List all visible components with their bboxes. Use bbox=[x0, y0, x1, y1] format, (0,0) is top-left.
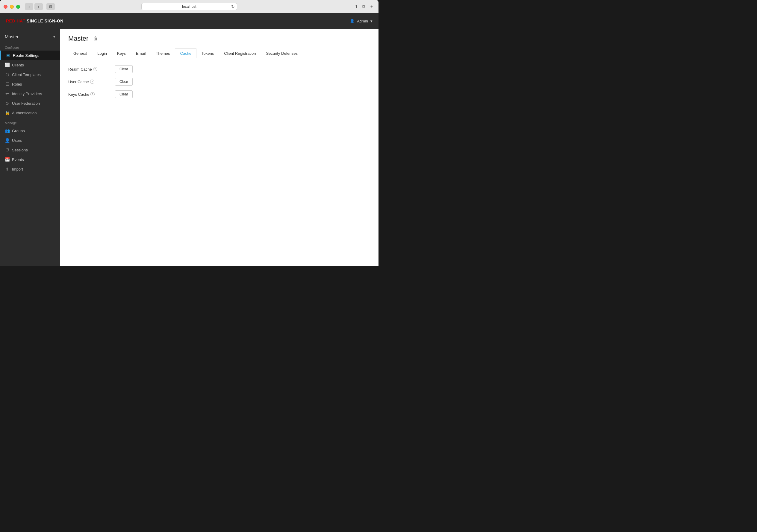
traffic-light-green[interactable] bbox=[16, 5, 20, 9]
roles-icon: ☰ bbox=[5, 82, 10, 87]
manage-section-label: Manage bbox=[0, 118, 60, 126]
sidebar-item-import-label: Import bbox=[12, 167, 23, 171]
sidebar-item-client-templates[interactable]: ⬡ Client Templates bbox=[0, 70, 60, 79]
duplicate-button[interactable]: ⧉ bbox=[361, 3, 367, 10]
tab-email[interactable]: Email bbox=[131, 48, 151, 58]
forward-button[interactable]: › bbox=[34, 3, 43, 10]
sidebar-item-realm-settings-label: Realm Settings bbox=[13, 53, 39, 58]
sidebar-toggle-button[interactable]: ⊟ bbox=[46, 3, 55, 10]
user-icon: 👤 bbox=[350, 19, 354, 23]
user-cache-help-icon[interactable]: ? bbox=[90, 80, 94, 84]
tab-cache[interactable]: Cache bbox=[175, 48, 197, 58]
sidebar-item-user-federation[interactable]: ⊙ User Federation bbox=[0, 98, 60, 108]
sidebar: Master ▾ Configure ⊞ Realm Settings ⬜ Cl… bbox=[0, 29, 60, 266]
user-federation-icon: ⊙ bbox=[5, 101, 10, 106]
import-icon: ⬆ bbox=[5, 167, 10, 171]
tab-login[interactable]: Login bbox=[92, 48, 112, 58]
brand: RED HAT SINGLE SIGN-ON bbox=[6, 18, 64, 23]
sidebar-item-roles-label: Roles bbox=[12, 82, 22, 87]
sidebar-item-identity-providers[interactable]: ⇌ Identity Providers bbox=[0, 89, 60, 98]
tabs: General Login Keys Email Themes Cache To… bbox=[68, 48, 370, 58]
new-tab-button[interactable]: ＋ bbox=[368, 3, 375, 10]
window-chrome: ‹ › ⊟ localhost ↻ ⬆ ⧉ ＋ bbox=[0, 0, 378, 13]
tab-keys[interactable]: Keys bbox=[112, 48, 131, 58]
tab-general[interactable]: General bbox=[68, 48, 92, 58]
sidebar-item-roles[interactable]: ☰ Roles bbox=[0, 79, 60, 89]
realm-selector[interactable]: Master ▾ bbox=[0, 31, 60, 42]
sidebar-item-realm-settings[interactable]: ⊞ Realm Settings bbox=[0, 51, 60, 60]
page-title: Master bbox=[68, 35, 88, 42]
sidebar-item-groups[interactable]: 👥 Groups bbox=[0, 126, 60, 135]
sidebar-item-events-label: Events bbox=[12, 157, 24, 162]
sidebar-item-import[interactable]: ⬆ Import bbox=[0, 164, 60, 174]
sidebar-item-user-federation-label: User Federation bbox=[12, 101, 40, 106]
sidebar-item-users[interactable]: 👤 Users bbox=[0, 135, 60, 145]
sidebar-item-sessions[interactable]: ⏱ Sessions bbox=[0, 145, 60, 155]
address-bar[interactable]: localhost bbox=[141, 3, 237, 10]
realm-name: Master bbox=[5, 34, 18, 39]
client-templates-icon: ⬡ bbox=[5, 72, 10, 77]
sidebar-item-sessions-label: Sessions bbox=[12, 148, 28, 152]
clients-icon: ⬜ bbox=[5, 63, 10, 67]
admin-label: Admin bbox=[357, 19, 368, 23]
sidebar-item-clients[interactable]: ⬜ Clients bbox=[0, 60, 60, 70]
top-nav: RED HAT SINGLE SIGN-ON 👤 Admin ▾ bbox=[0, 13, 378, 29]
address-text: localhost bbox=[182, 5, 196, 9]
sidebar-item-authentication[interactable]: 🔒 Authentication bbox=[0, 108, 60, 118]
sidebar-item-users-label: Users bbox=[12, 138, 22, 143]
sessions-icon: ⏱ bbox=[5, 148, 10, 152]
user-cache-row: User Cache ? Clear bbox=[68, 78, 370, 86]
brand-sso: SINGLE SIGN-ON bbox=[27, 18, 64, 23]
sidebar-item-groups-label: Groups bbox=[12, 129, 25, 133]
realm-cache-help-icon[interactable]: ? bbox=[93, 67, 97, 71]
sidebar-item-identity-providers-label: Identity Providers bbox=[12, 92, 42, 96]
tab-security-defenses[interactable]: Security Defenses bbox=[261, 48, 303, 58]
reload-button[interactable]: ↻ bbox=[231, 4, 235, 9]
keys-cache-label: Keys Cache ? bbox=[68, 92, 110, 97]
realm-cache-row: Realm Cache ? Clear bbox=[68, 65, 370, 73]
delete-realm-button[interactable]: 🗑 bbox=[92, 35, 99, 42]
identity-providers-icon: ⇌ bbox=[5, 91, 10, 96]
tab-client-registration[interactable]: Client Registration bbox=[219, 48, 261, 58]
authentication-icon: 🔒 bbox=[5, 110, 10, 115]
page-header: Master 🗑 bbox=[68, 35, 370, 42]
configure-section-label: Configure bbox=[0, 42, 60, 51]
sidebar-item-authentication-label: Authentication bbox=[12, 111, 37, 115]
traffic-light-yellow[interactable] bbox=[10, 5, 14, 9]
user-cache-label: User Cache ? bbox=[68, 80, 110, 84]
cache-content: Realm Cache ? Clear User Cache ? Clear K… bbox=[68, 65, 370, 98]
share-button[interactable]: ⬆ bbox=[353, 3, 359, 10]
brand-red-hat: RED HAT bbox=[6, 18, 25, 23]
realm-chevron: ▾ bbox=[53, 35, 55, 39]
users-icon: 👤 bbox=[5, 138, 10, 143]
groups-icon: 👥 bbox=[5, 128, 10, 133]
back-button[interactable]: ‹ bbox=[25, 3, 33, 10]
sidebar-item-client-templates-label: Client Templates bbox=[12, 72, 41, 77]
traffic-light-red[interactable] bbox=[4, 5, 8, 9]
events-icon: 📅 bbox=[5, 157, 10, 162]
keys-cache-help-icon[interactable]: ? bbox=[90, 92, 95, 96]
admin-chevron: ▾ bbox=[370, 19, 373, 23]
realm-cache-clear-button[interactable]: Clear bbox=[115, 65, 133, 73]
sidebar-item-events[interactable]: 📅 Events bbox=[0, 155, 60, 164]
app-shell: RED HAT SINGLE SIGN-ON 👤 Admin ▾ Master … bbox=[0, 13, 378, 266]
realm-settings-icon: ⊞ bbox=[6, 53, 11, 58]
keys-cache-row: Keys Cache ? Clear bbox=[68, 90, 370, 98]
main-layout: Master ▾ Configure ⊞ Realm Settings ⬜ Cl… bbox=[0, 29, 378, 266]
tab-themes[interactable]: Themes bbox=[151, 48, 175, 58]
realm-cache-label: Realm Cache ? bbox=[68, 67, 110, 71]
user-cache-clear-button[interactable]: Clear bbox=[115, 78, 133, 86]
sidebar-item-clients-label: Clients bbox=[12, 63, 24, 67]
brand-text: RED HAT SINGLE SIGN-ON bbox=[6, 18, 64, 23]
tab-tokens[interactable]: Tokens bbox=[197, 48, 219, 58]
keys-cache-clear-button[interactable]: Clear bbox=[115, 90, 133, 98]
content-area: Master 🗑 General Login Keys Email Themes… bbox=[60, 29, 378, 266]
user-menu[interactable]: 👤 Admin ▾ bbox=[350, 19, 373, 23]
